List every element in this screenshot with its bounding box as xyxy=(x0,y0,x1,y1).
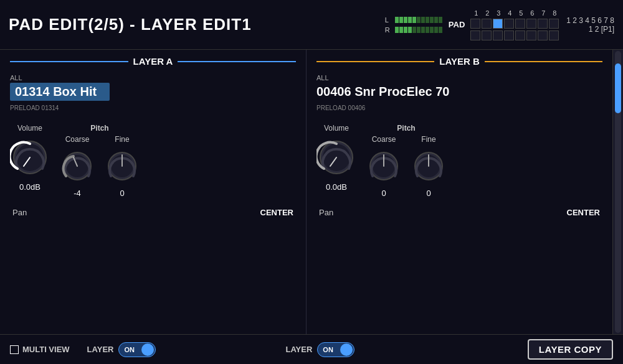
seg xyxy=(426,27,429,33)
pad-num-8: 8 xyxy=(549,9,560,17)
layer-a-toggle[interactable]: ON xyxy=(118,342,156,357)
layer-a-toggle-text: ON xyxy=(124,346,135,353)
seg xyxy=(408,17,412,23)
seg xyxy=(412,27,416,33)
layer-b-line-right xyxy=(485,61,602,62)
layer-b-coarse-knob[interactable] xyxy=(366,149,401,184)
layer-b-coarse-value: 0 xyxy=(381,189,386,198)
multi-view-checkbox[interactable] xyxy=(10,345,19,354)
layer-b-header: LAYER B xyxy=(316,56,602,67)
layer-a-fine-group: Fine 0 xyxy=(105,135,140,198)
level-L-label: L xyxy=(385,16,392,24)
layer-a-header: LAYER A xyxy=(10,56,296,67)
layer-b-toggle-section: LAYER ON xyxy=(285,342,354,357)
pad-cell[interactable] xyxy=(538,19,548,29)
pad-cell[interactable] xyxy=(504,30,514,40)
layer-b-pitch-knobs: Coarse 0 Fine xyxy=(366,135,446,198)
layer-a-all-label: ALL xyxy=(10,74,296,82)
pad-cell[interactable] xyxy=(504,19,514,29)
seg xyxy=(426,17,429,23)
pad-bank-display: 1 2 3 4 5 6 7 8 1 2 [P1] xyxy=(566,16,614,34)
layer-a-line-left xyxy=(10,61,128,62)
pad-cell[interactable] xyxy=(549,30,559,40)
pad-cell[interactable] xyxy=(538,30,548,40)
pad-cell[interactable] xyxy=(482,30,492,40)
layer-b-preload: PRELOAD 00406 xyxy=(316,105,602,111)
layer-b-sample-name[interactable]: 00406 Snr ProcElec 70 xyxy=(316,83,449,101)
layer-copy-button[interactable]: LAYER COPY xyxy=(528,339,613,360)
pad-cell[interactable] xyxy=(549,19,559,29)
layer-b-toggle-label: LAYER xyxy=(285,345,312,354)
header-right: L R xyxy=(385,9,614,40)
layer-a-pan-section: Pan CENTER xyxy=(10,208,296,217)
level-row-R: R xyxy=(385,26,442,34)
pad-num-6: 6 xyxy=(526,9,538,17)
pad-num-5: 5 xyxy=(515,9,526,17)
layer-b-volume-knob[interactable] xyxy=(316,138,356,177)
pad-num-2: 2 xyxy=(482,9,493,17)
layer-a-volume-label: Volume xyxy=(17,124,42,133)
layer-b-coarse-group: Coarse 0 xyxy=(366,135,401,198)
pad-cell[interactable] xyxy=(515,19,525,29)
seg xyxy=(399,27,403,33)
layer-a-fine-label: Fine xyxy=(115,135,129,144)
pad-cell[interactable] xyxy=(515,30,525,40)
pad-row-bottom xyxy=(470,30,560,40)
main-container: PAD EDIT(2/5) - LAYER EDIT1 L xyxy=(0,0,623,364)
footer: MULTI VIEW LAYER ON LAYER ON LAYER COP xyxy=(0,334,623,364)
seg xyxy=(439,17,442,23)
seg xyxy=(404,17,407,23)
pad-num-3: 3 xyxy=(493,9,504,17)
pad-cell-active[interactable] xyxy=(493,19,503,29)
layer-a-volume-knob[interactable] xyxy=(10,138,50,177)
layer-a-coarse-knob[interactable] xyxy=(60,149,95,184)
layer-b-knobs: Volume 0.0dB Pitch xyxy=(316,124,602,198)
scrollbar-thumb[interactable] xyxy=(615,63,621,113)
layer-b-all-label: ALL xyxy=(316,74,602,82)
layer-b-coarse-label: Coarse xyxy=(372,135,396,144)
layer-a-volume-value: 0.0dB xyxy=(19,182,40,192)
seg xyxy=(421,17,425,23)
pad-bank-line2: 1 2 [P1] xyxy=(566,25,614,34)
pad-cell[interactable] xyxy=(526,19,536,29)
pad-grid: 1 2 3 4 5 6 7 8 xyxy=(470,9,560,40)
pad-num-4: 4 xyxy=(504,9,515,17)
footer-left: MULTI VIEW LAYER ON LAYER ON xyxy=(10,342,515,357)
layer-a-coarse-group: Coarse -4 xyxy=(60,135,95,198)
layer-b-toggle[interactable]: ON xyxy=(317,342,354,357)
layer-a-coarse-value: -4 xyxy=(74,189,81,198)
layer-b-pan-label: Pan xyxy=(319,208,333,217)
seg xyxy=(434,27,438,33)
pad-numbers: 1 2 3 4 5 6 7 8 xyxy=(470,9,560,17)
layer-b-fine-knob[interactable] xyxy=(411,149,446,184)
layer-b-sample-section: ALL 00406 Snr ProcElec 70 PRELOAD 00406 xyxy=(316,74,602,111)
layer-b-volume-group: Volume 0.0dB xyxy=(316,124,356,192)
layer-a-coarse-label: Coarse xyxy=(65,135,90,144)
layer-a-pitch-label: Pitch xyxy=(90,124,108,133)
multi-view-label: MULTI VIEW xyxy=(22,345,70,354)
pad-cell[interactable] xyxy=(526,30,536,40)
pad-section: PAD 1 2 3 4 5 6 7 8 xyxy=(449,9,614,40)
level-bar-R xyxy=(395,27,442,33)
pad-cell[interactable] xyxy=(493,30,503,40)
seg xyxy=(395,17,399,23)
pad-cell[interactable] xyxy=(470,30,480,40)
layer-a-volume-group: Volume 0.0dB xyxy=(10,124,50,192)
footer-right: LAYER COPY xyxy=(528,339,613,360)
seg xyxy=(434,17,438,23)
level-bar-L xyxy=(395,17,442,23)
layer-a-preload: PRELOAD 01314 xyxy=(10,105,296,111)
layer-a-fine-knob[interactable] xyxy=(105,149,140,184)
pad-cell[interactable] xyxy=(470,19,480,29)
layer-b-pitch-group: Pitch Coarse 0 xyxy=(366,124,446,198)
layer-a-toggle-section: LAYER ON xyxy=(87,342,156,357)
pad-row-top xyxy=(470,19,560,29)
pad-num-1: 1 xyxy=(470,9,482,17)
pad-cell[interactable] xyxy=(482,19,492,29)
layer-b-pitch-label: Pitch xyxy=(397,124,415,133)
scrollbar-track[interactable] xyxy=(615,51,621,333)
layer-a-sample-name[interactable]: 01314 Box Hit xyxy=(10,83,110,101)
seg xyxy=(430,17,434,23)
level-R-label: R xyxy=(385,26,392,34)
layer-a-sample-section: ALL 01314 Box Hit PRELOAD 01314 xyxy=(10,74,296,111)
